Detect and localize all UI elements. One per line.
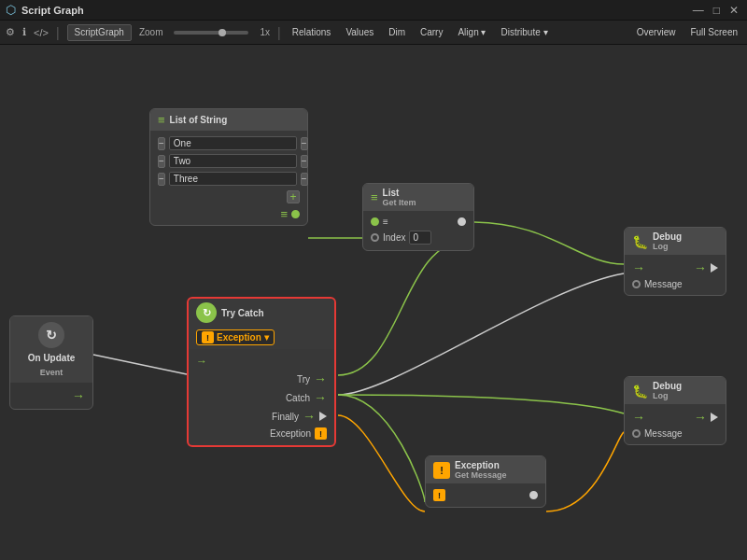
close-button[interactable]: ✕: [726, 4, 741, 17]
debug1-title: Debug: [653, 231, 682, 242]
onupdate-output-port: →: [18, 386, 85, 405]
trycatch-exception-row: Exception !: [196, 426, 327, 441]
exception-input-row: !: [433, 487, 538, 503]
onupdate-subtitle: Event: [40, 368, 63, 377]
debug1-bug-icon: 🐛: [632, 234, 648, 249]
carry-button[interactable]: Carry: [416, 27, 446, 37]
zoom-label: Zoom: [139, 27, 163, 37]
index-input[interactable]: [409, 231, 431, 245]
toolbar-code-icon[interactable]: </>: [34, 27, 49, 38]
list-out-port: [458, 217, 466, 226]
list-output-port: [291, 210, 300, 218]
list-in-port: [371, 217, 379, 226]
debug2-msg-label: Message: [644, 428, 683, 439]
debug2-play-icon: [711, 413, 718, 422]
list-add-button[interactable]: +: [287, 190, 300, 203]
exception-node: ! Exception Get Message !: [425, 455, 546, 508]
align-button[interactable]: Align: [454, 27, 489, 37]
index-port: [371, 233, 379, 242]
minimize-button[interactable]: —: [690, 4, 707, 17]
listgetitem-header: ≡ List Get Item: [363, 184, 473, 211]
listofstring-node: ≡ List of String − − − − − − +: [149, 108, 308, 226]
listgetitem-input-port: ≡: [371, 215, 466, 229]
list-icon: ≡: [158, 113, 165, 127]
title-bar: ⬡ Script Graph — □ ✕: [0, 0, 747, 21]
exception-subtitle: Get Message: [455, 470, 507, 480]
index-label: Index: [383, 232, 405, 243]
list-clear-1[interactable]: −: [301, 137, 308, 150]
trycatch-header: ↻ Try Catch ! Exception ▾: [189, 299, 334, 349]
debug1-msg-port: [632, 280, 641, 288]
listgetitem-subtitle: Get Item: [383, 198, 416, 207]
toolbar-settings-icon[interactable]: ⚙: [6, 26, 15, 38]
list-output-icon: ≡: [280, 207, 288, 221]
debug2-title: Debug: [653, 381, 682, 391]
listofstring-title: List of String: [170, 115, 228, 125]
debug1-play-icon: [711, 263, 718, 273]
toolbar-info-icon[interactable]: ℹ: [22, 26, 26, 38]
try-label: Try: [196, 374, 310, 385]
app-icon: ⬡: [6, 3, 16, 17]
debug2-msg-port: [632, 429, 641, 438]
list-clear-2[interactable]: −: [301, 155, 308, 168]
finally-arrow: →: [303, 409, 316, 424]
listgetitem-title: List: [383, 188, 416, 198]
onupdate-arrow-icon: →: [72, 388, 85, 403]
list-in-label: ≡: [383, 217, 388, 227]
scriptgraph-label[interactable]: ScriptGraph: [67, 24, 132, 41]
exception-out-port: [529, 491, 538, 499]
catch-label: Catch: [196, 393, 310, 403]
try-arrow: →: [314, 371, 327, 386]
relations-button[interactable]: Relations: [289, 27, 335, 37]
toolbar: ⚙ ℹ </> | ScriptGraph Zoom 1x | Relation…: [0, 21, 747, 45]
list-clear-3[interactable]: −: [301, 173, 308, 186]
listofstring-header: ≡ List of String: [150, 109, 307, 131]
canvas: ↻ On Update Event → ≡ List of String − −…: [0, 45, 747, 560]
exception-label: Exception: [196, 428, 311, 439]
finally-label: Finally: [196, 412, 299, 422]
listgetitem-index-row: Index: [371, 229, 466, 246]
list-input-1[interactable]: [169, 136, 297, 150]
exception-warn-icon: !: [202, 331, 214, 343]
list-remove-3[interactable]: −: [158, 173, 165, 186]
zoom-slider[interactable]: [174, 31, 248, 35]
debuglog1-node: 🐛 Debug Log → → Message: [624, 227, 726, 296]
fullscreen-button[interactable]: Full Screen: [686, 27, 741, 37]
maximize-button[interactable]: □: [711, 4, 723, 17]
debuglog2-header: 🐛 Debug Log: [625, 377, 726, 404]
debug2-in-arrow: →: [632, 410, 645, 425]
exception-port-icon: !: [315, 427, 327, 440]
debug1-msg-label: Message: [644, 279, 683, 289]
debuglog1-header: 🐛 Debug Log: [625, 228, 726, 255]
debug1-exec-in: → →: [632, 259, 718, 277]
trycatch-exec-in: →: [196, 353, 327, 370]
trycatch-finally-row: Finally →: [196, 407, 327, 426]
list-input-2[interactable]: [169, 154, 297, 168]
listgetitem-icon: ≡: [371, 190, 378, 204]
zoom-value: 1x: [260, 27, 270, 37]
finally-play-icon: [319, 412, 327, 421]
exec-in-arrow: →: [196, 355, 207, 368]
list-remove-1[interactable]: −: [158, 137, 165, 150]
list-remove-2[interactable]: −: [158, 155, 165, 168]
debug1-subtitle: Log: [653, 242, 682, 251]
exception-node-icon: !: [433, 462, 450, 479]
list-item-1: − −: [158, 134, 300, 152]
values-button[interactable]: Values: [342, 27, 377, 37]
debuglog2-node: 🐛 Debug Log → → Message: [624, 376, 726, 445]
trycatch-catch-row: Catch →: [196, 388, 327, 407]
exception-header: ! Exception Get Message: [426, 456, 545, 483]
debug1-message-row: Message: [632, 277, 718, 291]
list-input-3[interactable]: [169, 172, 297, 186]
trycatch-dropdown[interactable]: ! Exception ▾: [196, 329, 275, 345]
exception-title: Exception: [455, 460, 507, 470]
debug1-in-arrow: →: [632, 260, 645, 275]
trycatch-node: ↻ Try Catch ! Exception ▾ → Try → Catch …: [187, 297, 336, 447]
trycatch-icon: ↻: [196, 302, 217, 323]
overview-button[interactable]: Overview: [633, 27, 680, 37]
trycatch-title: Try Catch: [221, 308, 264, 318]
dim-button[interactable]: Dim: [385, 27, 409, 37]
list-item-2: − −: [158, 152, 300, 170]
catch-arrow: →: [314, 390, 327, 405]
distribute-button[interactable]: Distribute: [497, 27, 551, 37]
